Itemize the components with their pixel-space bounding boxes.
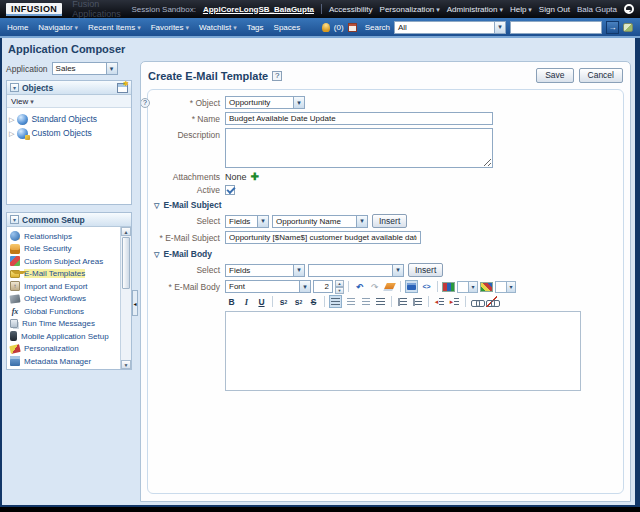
- font-color-swatch[interactable]: [457, 281, 478, 293]
- notifications-bell-icon[interactable]: [322, 23, 330, 32]
- chevron-down-icon[interactable]: [356, 216, 367, 227]
- subscript-button[interactable]: s: [277, 295, 290, 308]
- scroll-up-icon[interactable]: [121, 227, 131, 236]
- align-justify-button[interactable]: [374, 295, 387, 308]
- advanced-search-icon[interactable]: [623, 23, 633, 32]
- clear-formatting-icon[interactable]: [383, 280, 396, 293]
- body-select-field[interactable]: [308, 264, 404, 277]
- collapse-panel-icon[interactable]: [10, 215, 19, 224]
- search-input[interactable]: [510, 21, 602, 34]
- subject-select-type[interactable]: Fields: [225, 215, 269, 228]
- chevron-down-icon[interactable]: [293, 265, 304, 276]
- body-insert-button[interactable]: Insert: [408, 263, 443, 277]
- link-sign-out[interactable]: Sign Out: [539, 5, 570, 14]
- font-size-input[interactable]: [313, 280, 333, 293]
- help-icon[interactable]: [272, 71, 282, 81]
- font-select[interactable]: Font: [225, 280, 311, 293]
- strikethrough-button[interactable]: S: [307, 295, 320, 308]
- highlight-color-icon[interactable]: [480, 282, 493, 292]
- redo-icon[interactable]: [368, 280, 381, 293]
- description-input[interactable]: [225, 128, 493, 168]
- link-accessibility[interactable]: Accessibility: [329, 5, 373, 14]
- name-input[interactable]: [225, 112, 493, 125]
- collapse-section-icon[interactable]: [154, 249, 159, 259]
- sidebar-item-role-security[interactable]: Role Security: [7, 243, 120, 256]
- sidebar-item-personalization[interactable]: Personalization: [7, 343, 120, 356]
- remove-link-icon[interactable]: [485, 295, 498, 308]
- source-mode-button[interactable]: <>: [420, 280, 433, 293]
- email-subject-input[interactable]: [225, 231, 421, 244]
- sidebar-item-email-templates[interactable]: E-Mail Templates: [7, 268, 120, 281]
- menu-help[interactable]: Help: [510, 5, 532, 14]
- font-size-stepper[interactable]: [335, 280, 344, 293]
- nav-navigator[interactable]: Navigator: [38, 23, 78, 32]
- sidebar-item-import-and-export[interactable]: Import and Export: [7, 280, 120, 293]
- indent-button[interactable]: [448, 295, 461, 308]
- sidebar-item-relationships[interactable]: Relationships: [7, 230, 120, 243]
- italic-button[interactable]: I: [240, 295, 253, 308]
- common-setup-scrollbar[interactable]: [120, 227, 131, 369]
- chevron-down-icon[interactable]: [257, 216, 268, 227]
- collapse-panel-icon[interactable]: [10, 83, 19, 92]
- menu-personalization[interactable]: Personalization: [380, 5, 440, 14]
- nav-tags[interactable]: Tags: [247, 23, 264, 32]
- body-select-type[interactable]: Fields: [225, 264, 305, 277]
- search-go-button[interactable]: [606, 21, 619, 34]
- nav-favorites[interactable]: Favorites: [151, 23, 189, 32]
- superscript-button[interactable]: s: [292, 295, 305, 308]
- chevron-down-icon[interactable]: [106, 63, 117, 74]
- sidebar-item-metadata-manager[interactable]: Metadata Manager: [7, 355, 120, 368]
- sidebar-item-custom-subject-areas[interactable]: Custom Subject Areas: [7, 255, 120, 268]
- bullet-list-button[interactable]: [411, 295, 424, 308]
- outdent-button[interactable]: [433, 295, 446, 308]
- scroll-thumb[interactable]: [122, 237, 130, 289]
- expand-icon[interactable]: [9, 114, 14, 124]
- sidebar-item-run-time-messages[interactable]: Run Time Messages: [7, 318, 120, 331]
- add-attachment-icon[interactable]: [251, 171, 259, 182]
- new-object-icon[interactable]: [117, 83, 128, 93]
- application-select[interactable]: Sales: [52, 62, 118, 75]
- undo-icon[interactable]: [353, 280, 366, 293]
- bold-button[interactable]: B: [225, 295, 238, 308]
- object-select[interactable]: Opportunity: [225, 96, 305, 109]
- underline-button[interactable]: U: [255, 295, 268, 308]
- active-checkbox[interactable]: [225, 185, 235, 195]
- menu-administration[interactable]: Administration: [447, 5, 503, 14]
- expand-icon[interactable]: [9, 128, 14, 138]
- search-scope-select[interactable]: All: [394, 21, 506, 34]
- nav-recent-items[interactable]: Recent Items: [88, 23, 141, 32]
- chevron-down-icon[interactable]: [293, 97, 304, 108]
- chat-icon[interactable]: [624, 4, 634, 14]
- cancel-button[interactable]: Cancel: [579, 68, 623, 83]
- calendar-icon[interactable]: [348, 23, 357, 32]
- sidebar-item-object-workflows[interactable]: Object Workflows: [7, 293, 120, 306]
- align-left-button[interactable]: [329, 295, 342, 308]
- collapse-section-icon[interactable]: [154, 200, 159, 210]
- chevron-down-icon[interactable]: [494, 22, 505, 33]
- view-menu[interactable]: View: [11, 97, 34, 106]
- nav-home[interactable]: Home: [7, 23, 28, 32]
- add-link-icon[interactable]: [470, 295, 483, 308]
- sidebar-item-global-functions[interactable]: Global Functions: [7, 305, 120, 318]
- subject-select-field[interactable]: Opportunity Name: [272, 215, 368, 228]
- sidebar-item-mobile-application-setup[interactable]: Mobile Application Setup: [7, 330, 120, 343]
- session-sandbox-link[interactable]: ApplCoreLongSB_BalaGupta: [203, 5, 314, 14]
- chevron-down-icon[interactable]: [299, 281, 310, 292]
- nav-watchlist[interactable]: Watchlist: [199, 23, 237, 32]
- align-center-button[interactable]: [344, 295, 357, 308]
- highlight-color-swatch[interactable]: [495, 281, 516, 293]
- scroll-down-icon[interactable]: [121, 360, 131, 369]
- numbered-list-button[interactable]: [396, 295, 409, 308]
- align-right-button[interactable]: [359, 295, 372, 308]
- subject-insert-button[interactable]: Insert: [372, 214, 407, 228]
- tree-item-standard-objects[interactable]: Standard Objects: [9, 112, 129, 126]
- tree-item-custom-objects[interactable]: Custom Objects: [9, 126, 129, 140]
- nav-spaces[interactable]: Spaces: [274, 23, 301, 32]
- sidebar-splitter[interactable]: [132, 290, 138, 316]
- save-button[interactable]: Save: [536, 68, 573, 83]
- search-scope-value: All: [395, 22, 494, 33]
- font-color-icon[interactable]: [442, 282, 455, 292]
- chevron-down-icon[interactable]: [392, 265, 403, 276]
- rich-text-mode-button[interactable]: [405, 280, 418, 293]
- email-body-editor[interactable]: [225, 311, 581, 391]
